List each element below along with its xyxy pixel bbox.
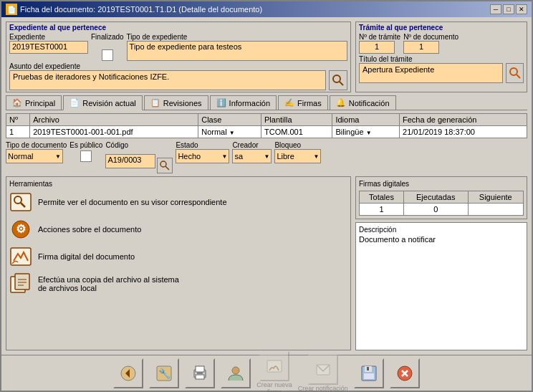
exit-button[interactable] [390, 358, 420, 388]
tab-firmas[interactable]: ✍️ Firmas [278, 95, 328, 110]
tab-revision-actual-label: Revisión actual [82, 99, 136, 107]
tramite-section: Trámite al que pertenece Nº de trámite 1… [355, 21, 527, 92]
tab-informacion-label: Información [229, 99, 270, 107]
tool-firma-icon [9, 245, 32, 268]
expediente-section: Expediente al que pertenece Expediente 2… [6, 21, 351, 92]
bloqueo-value: Libre [277, 152, 294, 161]
tipo-doc-value: Normal [8, 152, 33, 161]
col-idioma: Idioma [332, 114, 400, 126]
tipo-expediente-label: Tipo de expediente [127, 33, 347, 41]
crear-nueva-firma-button[interactable] [259, 351, 289, 381]
cell-idioma: Bilingüe ▼ [332, 126, 400, 138]
es-publico-checkbox[interactable] [80, 150, 92, 162]
crear-notificacion-button[interactable] [308, 355, 338, 385]
tool-acciones-text: Acciones sobre el documento [38, 225, 141, 234]
firmas-ejecutadas: 0 [403, 204, 468, 216]
principal-icon: 🏠 [12, 98, 22, 107]
descripcion-value: Documento a notificar [359, 235, 524, 244]
exit-icon [396, 365, 413, 382]
tipo-doc-select[interactable]: Normal ▼ [6, 149, 63, 163]
svg-rect-31 [367, 367, 369, 371]
print-button[interactable] [185, 358, 215, 388]
firmas-digitales-panel: Firmas digitales Totales Ejecutadas Sigu… [355, 176, 527, 219]
expediente-value: 2019TEST0001 [9, 41, 88, 54]
tramite-search-button[interactable] [506, 63, 524, 83]
finalizado-checkbox[interactable] [102, 49, 113, 61]
svg-line-1 [340, 82, 343, 85]
es-publico-label: Es público [69, 141, 102, 149]
crear-notificacion-label: Crear notificación [298, 385, 348, 392]
tab-notificacion[interactable]: 🔔 Notificación [330, 95, 396, 110]
tool-ver[interactable]: Permite ver el documento en su visor cor… [9, 191, 347, 214]
col-fecha: Fecha de generación [400, 114, 527, 126]
codigo-label: Código [105, 141, 173, 149]
save-icon [360, 365, 378, 382]
codigo-search-button[interactable] [157, 158, 173, 173]
firmas-section: Firmas digitales Totales Ejecutadas Sigu… [355, 176, 527, 350]
title-bar: 📄 Ficha del documento: 2019TEST0001.T1.D… [1, 1, 532, 17]
tool-acciones-icon: ⚙ [9, 218, 32, 241]
estado-select[interactable]: Hecho ▼ [176, 149, 229, 163]
user-button[interactable] [221, 358, 251, 388]
expediente-label: Expediente [9, 33, 88, 41]
crear-nueva-firma-label: Crear nuevafirma [256, 381, 292, 393]
table-row[interactable]: 1 2019TEST0001-001-001.pdf Normal ▼ TCOM… [6, 126, 527, 138]
titulo-label: Título del trámite [359, 55, 524, 63]
tool-copia-text-1: Efectúa una copia del archivo al sistema [38, 275, 179, 284]
tool-acciones[interactable]: ⚙ Acciones sobre el documento [9, 218, 347, 241]
revision-icon: 📄 [69, 98, 80, 107]
creador-arrow: ▼ [264, 153, 269, 160]
firmas-row: 1 0 [360, 204, 524, 216]
tools-button[interactable]: 🔧 [149, 358, 179, 388]
cell-num: 1 [6, 126, 30, 138]
tipo-expediente-value: Tipo de expediente para testeos [127, 41, 347, 61]
tool-copia[interactable]: Efectúa una copia del archivo al sistema… [9, 272, 347, 295]
bloqueo-arrow: ▼ [313, 153, 319, 160]
tool-firma[interactable]: Firma digital del documento [9, 245, 347, 268]
creador-value: sa [234, 152, 243, 161]
cell-fecha: 21/01/2019 18:37:00 [400, 126, 527, 138]
minimize-button[interactable]: ─ [490, 4, 501, 14]
descripcion-label: Descripción [359, 226, 524, 234]
firmas-digitales-title: Firmas digitales [359, 180, 524, 188]
estado-value: Hecho [178, 152, 201, 161]
svg-point-25 [232, 367, 239, 374]
tab-revision-actual[interactable]: 📄 Revisión actual [63, 95, 143, 110]
back-button[interactable] [113, 358, 143, 388]
bloqueo-select[interactable]: Libre ▼ [274, 149, 321, 163]
firmas-table: Totales Ejecutadas Siguiente 1 0 [359, 191, 524, 216]
asunto-value: Pruebas de iteradores y Notificaciones I… [9, 70, 326, 90]
tipo-doc-label: Tipo de documento [6, 141, 67, 149]
print-icon [191, 365, 208, 382]
tab-principal[interactable]: 🏠 Principal [6, 95, 62, 110]
cell-plantilla: TCOM.001 [261, 126, 332, 138]
creador-select[interactable]: sa ▼ [232, 149, 272, 163]
tool-ver-text: Permite ver el documento en su visor cor… [38, 198, 227, 206]
close-button[interactable]: ✕ [516, 4, 527, 14]
tab-revisiones[interactable]: 📋 Revisiones [144, 95, 208, 110]
file-table: Nº Archivo Clase Plantilla Idioma Fecha … [6, 113, 527, 138]
finalizado-label: Finalizado [91, 33, 124, 41]
num-documento-value: 1 [403, 41, 439, 54]
col-siguiente: Siguiente [468, 191, 524, 204]
svg-point-4 [160, 161, 166, 167]
tramite-search-icon [509, 67, 522, 80]
tab-informacion[interactable]: ℹ️ Información [210, 95, 277, 110]
notificacion-icon: 🔔 [336, 98, 346, 107]
num-tramite-label: Nº de trámite [359, 33, 400, 41]
save-button[interactable] [354, 358, 384, 388]
bloqueo-label: Bloqueo [274, 141, 321, 149]
cell-archivo: 2019TEST0001-001-001.pdf [30, 126, 198, 138]
svg-line-5 [165, 166, 169, 170]
svg-rect-24 [197, 373, 203, 374]
descripcion-box: Descripción Documento a notificar [355, 222, 527, 350]
col-clase: Clase [198, 114, 261, 126]
nueva-firma-icon [266, 358, 283, 375]
asunto-search-button[interactable] [329, 70, 347, 90]
col-ejecutadas: Ejecutadas [403, 191, 468, 204]
codigo-input[interactable]: A19/0003 [105, 154, 155, 168]
tool-copia-text-2: de archivos local [38, 284, 179, 292]
back-icon [120, 365, 137, 382]
maximize-button[interactable]: □ [503, 4, 514, 14]
search-icon [332, 74, 345, 87]
